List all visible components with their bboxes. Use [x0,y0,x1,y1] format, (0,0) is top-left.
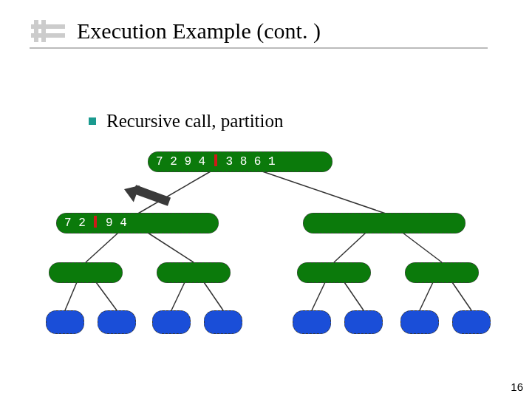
tree-leaf-7 [400,310,439,334]
svg-line-11 [344,282,364,310]
svg-line-5 [403,233,442,262]
tree-node-l2-b [157,262,231,283]
tree-leaf-8 [452,310,491,334]
svg-line-10 [312,282,325,310]
title-decor-icon [30,18,69,44]
split-bar-icon [94,216,97,228]
svg-line-12 [420,282,433,310]
slide-title: Execution Example (cont. ) [77,18,321,44]
tree-node-root: 7 2 9 4 3 8 6 1 [148,151,332,172]
svg-line-7 [96,282,117,310]
tree-leaf-1 [46,310,84,334]
svg-line-6 [65,282,77,310]
svg-line-4 [334,233,366,262]
svg-line-2 [86,233,118,262]
tree-node-l1-right [303,213,466,233]
tree-node-l1-left: 7 2 9 4 [56,213,219,233]
svg-line-8 [171,282,185,310]
svg-line-9 [204,282,223,310]
root-right-values: 3 8 6 1 [225,155,275,168]
bullet-icon [89,117,96,125]
tree-leaf-4 [204,310,242,334]
tree-connectors [0,0,532,399]
tree-leaf-6 [344,310,383,334]
svg-line-1 [262,171,388,214]
l1-left-a: 7 2 [64,216,86,230]
svg-line-13 [452,282,471,310]
tree-leaf-3 [152,310,191,334]
title-underline [30,47,488,49]
page-number: 16 [511,381,523,393]
root-left-values: 7 2 9 4 [156,155,205,168]
slide-title-bar: Execution Example (cont. ) [30,16,321,46]
bullet-row: Recursive call, partition [89,111,284,132]
tree-node-l2-c [297,262,371,283]
tree-node-l2-d [405,262,479,283]
tree-leaf-5 [293,310,331,334]
svg-line-3 [148,233,194,262]
l1-left-b: 9 4 [106,216,127,230]
bullet-text: Recursive call, partition [106,111,284,132]
tree-leaf-2 [98,310,136,334]
tree-node-l2-a [49,262,123,283]
split-bar-icon [214,154,217,166]
